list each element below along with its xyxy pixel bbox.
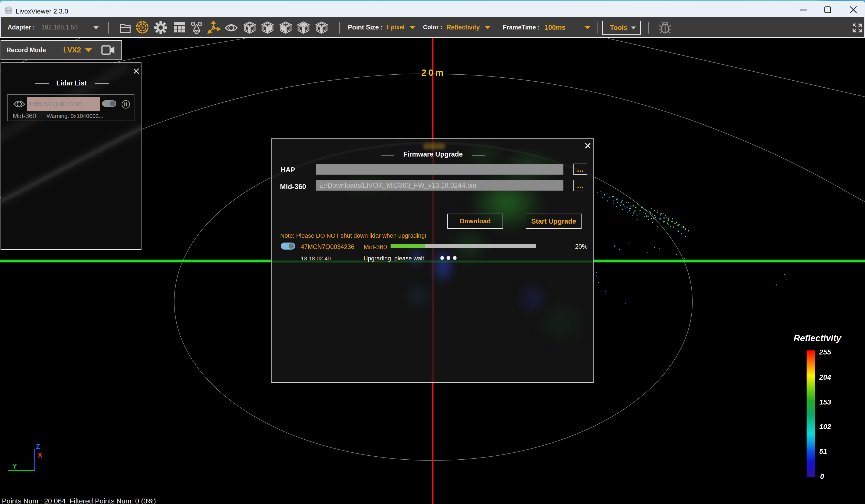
svg-text:20m: 20m <box>421 67 445 78</box>
svg-text:51: 51 <box>819 447 827 455</box>
svg-text:102: 102 <box>819 423 831 431</box>
svg-text:255: 255 <box>819 348 831 356</box>
svg-text:Z: Z <box>36 442 40 450</box>
svg-text:Reflectivity: Reflectivity <box>794 333 842 343</box>
svg-text:153: 153 <box>819 398 831 406</box>
svg-text:204: 204 <box>819 373 831 381</box>
svg-text:X: X <box>38 451 43 459</box>
svg-text:0: 0 <box>820 472 824 480</box>
svg-text:Y: Y <box>12 462 17 470</box>
